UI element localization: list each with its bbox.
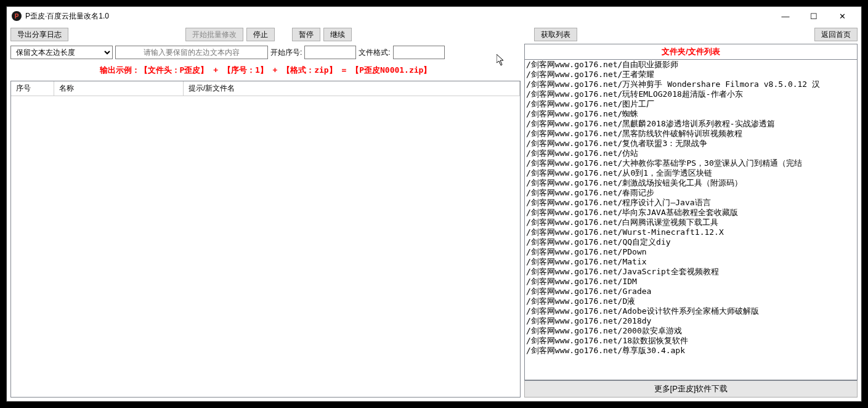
- toolbar: 导出分享日志 开始批量修改 停止 暂停 继续 获取列表 返回首页: [7, 25, 861, 44]
- pause-button[interactable]: 暂停: [292, 28, 320, 41]
- list-item[interactable]: /剑客网www.go176.net/JavaScript全套视频教程: [525, 267, 857, 277]
- col-index[interactable]: 序号: [11, 81, 54, 96]
- maximize-button[interactable]: ☐: [800, 7, 828, 25]
- export-log-button[interactable]: 导出分享日志: [10, 28, 68, 41]
- mode-select[interactable]: 保留文本左边长度: [10, 46, 113, 59]
- file-format-input[interactable]: [393, 46, 445, 59]
- close-button[interactable]: ✕: [828, 7, 856, 25]
- start-seq-label: 开始序号:: [270, 47, 302, 58]
- list-item[interactable]: /剑客网www.go176.net/Adobe设计软件系列全家桶大师破解版: [525, 306, 857, 316]
- list-item[interactable]: /剑客网www.go176.net/仿站: [525, 149, 857, 158]
- example-output: 输出示例：【文件头：P歪皮】 + 【序号：1】 + 【格式：zip】 = 【P歪…: [10, 63, 521, 77]
- list-item[interactable]: /剑客网www.go176.net/玩转EMLOG2018超清版-作者小东: [525, 89, 857, 99]
- list-item[interactable]: /剑客网www.go176.net/2018dy: [525, 316, 857, 326]
- list-item[interactable]: /剑客网www.go176.net/D液: [525, 296, 857, 306]
- table-header: 序号 名称 提示/新文件名: [11, 81, 520, 96]
- content: 保留文本左边长度 开始序号: 文件格式: 输出示例：【文件头：P歪皮】 + 【序…: [7, 44, 861, 401]
- app-icon: P: [12, 11, 22, 21]
- stop-button[interactable]: 停止: [246, 28, 275, 41]
- right-panel: 文件夹/文件列表 /剑客网www.go176.net/自由职业摄影师/剑客网ww…: [524, 44, 858, 398]
- col-hint[interactable]: 提示/新文件名: [184, 81, 520, 96]
- window-controls: — ☐ ✕: [771, 7, 856, 25]
- result-table[interactable]: 序号 名称 提示/新文件名: [10, 81, 521, 398]
- left-panel: 保留文本左边长度 开始序号: 文件格式: 输出示例：【文件头：P歪皮】 + 【序…: [10, 44, 521, 398]
- list-item[interactable]: /剑客网www.go176.net/复仇者联盟3：无限战争: [525, 139, 857, 149]
- list-item[interactable]: /剑客网www.go176.net/PDown: [525, 247, 857, 257]
- more-downloads-button[interactable]: 更多[P歪皮]软件下载: [524, 380, 858, 398]
- start-batch-button[interactable]: 开始批量修改: [185, 28, 243, 41]
- list-item[interactable]: /剑客网www.go176.net/从0到1，全面学透区块链: [525, 168, 857, 178]
- col-name[interactable]: 名称: [54, 81, 184, 96]
- list-item[interactable]: /剑客网www.go176.net/王者荣耀: [525, 70, 857, 80]
- list-item[interactable]: /剑客网www.go176.net/毕向东JAVA基础教程全套收藏版: [525, 208, 857, 218]
- minimize-button[interactable]: —: [771, 7, 800, 25]
- list-item[interactable]: /剑客网www.go176.net/万兴神剪手 Wondershare Film…: [525, 80, 857, 89]
- list-item[interactable]: /剑客网www.go176.net/程序设计入门—Java语言: [525, 198, 857, 208]
- list-item[interactable]: /剑客网www.go176.net/蜘蛛: [525, 109, 857, 119]
- list-item[interactable]: /剑客网www.go176.net/图片工厂: [525, 99, 857, 109]
- app-window: P P歪皮·百度云批量改名1.0 — ☐ ✕ 导出分享日志 开始批量修改 停止 …: [6, 6, 862, 402]
- continue-button[interactable]: 继续: [323, 28, 352, 41]
- list-item[interactable]: /剑客网www.go176.net/大神教你零基础学PS，30堂课从入门到精通（…: [525, 158, 857, 168]
- list-item[interactable]: /剑客网www.go176.net/Wurst-Minecraft1.12.X: [525, 227, 857, 237]
- list-item[interactable]: /剑客网www.go176.net/黑麒麟2018渗透培训系列教程-实战渗透篇: [525, 119, 857, 129]
- list-item[interactable]: /剑客网www.go176.net/Gradea: [525, 287, 857, 296]
- back-home-button[interactable]: 返回首页: [814, 28, 858, 41]
- list-item[interactable]: /剑客网www.go176.net/白网腾讯课堂视频下载工具: [525, 218, 857, 227]
- list-item[interactable]: /剑客网www.go176.net/春雨记步: [525, 188, 857, 198]
- file-list[interactable]: /剑客网www.go176.net/自由职业摄影师/剑客网www.go176.n…: [524, 59, 858, 380]
- titlebar: P P歪皮·百度云批量改名1.0 — ☐ ✕: [7, 7, 861, 25]
- filter-row: 保留文本左边长度 开始序号: 文件格式:: [10, 44, 521, 61]
- list-item[interactable]: /剑客网www.go176.net/黑客防线软件破解特训班视频教程: [525, 129, 857, 139]
- list-item[interactable]: /剑客网www.go176.net/2000款安卓游戏: [525, 326, 857, 336]
- start-seq-input[interactable]: [304, 46, 356, 59]
- window-title: P歪皮·百度云批量改名1.0: [25, 11, 109, 22]
- file-format-label: 文件格式:: [359, 47, 390, 58]
- keep-text-input[interactable]: [115, 46, 268, 59]
- list-item[interactable]: /剑客网www.go176.net/IDM: [525, 277, 857, 287]
- list-item[interactable]: /剑客网www.go176.net/QQ自定义diy: [525, 237, 857, 247]
- get-list-button[interactable]: 获取列表: [534, 28, 577, 41]
- list-item[interactable]: /剑客网www.go176.net/Matix: [525, 257, 857, 267]
- file-list-header: 文件夹/文件列表: [524, 44, 858, 59]
- list-item[interactable]: /剑客网www.go176.net/刺激战场按钮美化工具（附源码）: [525, 178, 857, 188]
- list-item[interactable]: /剑客网www.go176.net/18款数据恢复软件: [525, 336, 857, 346]
- list-item[interactable]: /剑客网www.go176.net/尊享版30.4.apk: [525, 346, 857, 356]
- list-item[interactable]: /剑客网www.go176.net/自由职业摄影师: [525, 60, 857, 70]
